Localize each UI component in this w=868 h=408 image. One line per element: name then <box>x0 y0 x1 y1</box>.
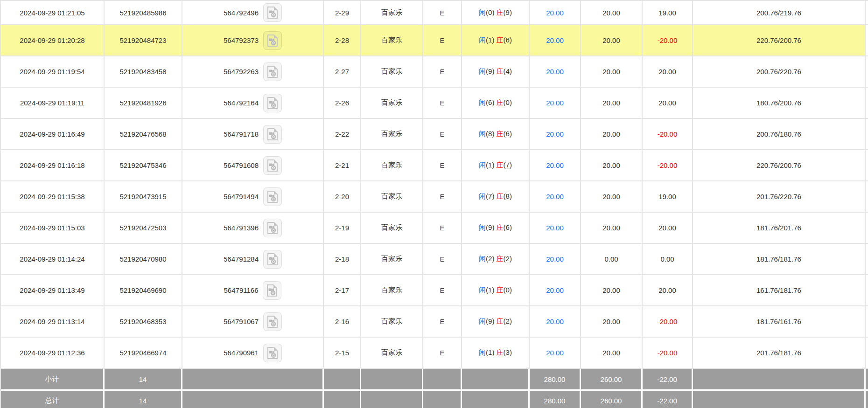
record-row[interactable]: 2024-09-29 01:19:11 521920481926 5647921… <box>1 88 868 119</box>
video-replay-button[interactable] <box>263 187 282 206</box>
player-label: 闲 <box>479 286 486 294</box>
video-replay-button[interactable] <box>263 31 282 50</box>
game-result: 闲(9) 庄(6) <box>462 213 530 244</box>
video-replay-button[interactable] <box>263 125 282 144</box>
record-row[interactable]: 2024-09-29 01:13:14 521920468353 5647910… <box>1 306 868 338</box>
game-type: 百家乐 <box>361 306 423 338</box>
bet-amount[interactable]: 20.00 <box>530 119 581 150</box>
bet-amount[interactable]: 20.00 <box>530 244 581 275</box>
summary-valid-total: 260.00 <box>581 391 643 408</box>
table-edge-spacer <box>866 150 868 181</box>
banker-points: (3) <box>504 348 512 356</box>
player-points: (8) <box>486 130 494 138</box>
record-row[interactable]: 2024-09-29 01:16:18 521920475346 5647916… <box>1 150 868 181</box>
bet-amount[interactable]: 20.00 <box>530 56 581 88</box>
summary-bet-total: 280.00 <box>530 391 581 408</box>
bet-id: 521920466974 <box>105 338 182 369</box>
record-row[interactable]: 2024-09-29 01:19:54 521920483458 5647922… <box>1 56 868 88</box>
table-edge-spacer <box>866 369 868 391</box>
game-result: 闲(9) 庄(4) <box>462 56 530 88</box>
player-points: (9) <box>486 67 494 75</box>
record-row[interactable]: 2024-09-29 01:21:05 521920485986 5647924… <box>1 1 868 25</box>
shoe-round: 2-26 <box>324 88 361 119</box>
balance-before-after: 161.76/181.76 <box>693 275 866 306</box>
bet-records-screen: 2024-09-29 01:21:05 521920485986 5647924… <box>0 0 868 408</box>
table-edge-spacer <box>866 25 868 56</box>
record-row[interactable]: 2024-09-29 01:16:49 521920476568 5647917… <box>1 119 868 150</box>
video-replay-button[interactable] <box>263 156 282 175</box>
record-row[interactable]: 2024-09-29 01:15:38 521920473915 5647914… <box>1 181 868 213</box>
record-row[interactable]: 2024-09-29 01:13:49 521920469690 5647911… <box>1 275 868 306</box>
valid-amount: 20.00 <box>581 181 643 213</box>
table-code: E <box>423 275 462 306</box>
record-row[interactable]: 2024-09-29 01:15:03 521920472503 5647913… <box>1 213 868 244</box>
valid-amount: 20.00 <box>581 213 643 244</box>
bet-time: 2024-09-29 01:20:28 <box>1 25 105 56</box>
game-result: 闲(8) 庄(6) <box>462 119 530 150</box>
shoe-round: 2-28 <box>324 25 361 56</box>
game-type: 百家乐 <box>361 88 423 119</box>
win-loss: 20.00 <box>643 56 693 88</box>
bet-amount[interactable]: 20.00 <box>530 275 581 306</box>
summary-win-loss-total: -22.00 <box>643 369 693 391</box>
video-replay-button[interactable] <box>263 3 282 22</box>
round-id: 564791284 <box>224 255 259 263</box>
bet-amount[interactable]: 20.00 <box>530 338 581 369</box>
shoe-round: 2-17 <box>324 275 361 306</box>
bet-amount[interactable]: 20.00 <box>530 88 581 119</box>
video-file-icon <box>267 35 278 47</box>
game-type: 百家乐 <box>361 1 423 25</box>
record-row[interactable]: 2024-09-29 01:14:24 521920470980 5647912… <box>1 244 868 275</box>
player-label: 闲 <box>479 255 486 263</box>
player-label: 闲 <box>479 98 486 106</box>
video-replay-button[interactable] <box>263 250 282 269</box>
bet-amount[interactable]: 20.00 <box>530 25 581 56</box>
round-id: 564791608 <box>224 161 259 169</box>
bet-time: 2024-09-29 01:12:36 <box>1 338 105 369</box>
video-replay-button[interactable] <box>263 219 282 237</box>
summary-empty-cell <box>423 369 462 391</box>
game-type: 百家乐 <box>361 56 423 88</box>
bet-amount[interactable]: 20.00 <box>530 1 581 25</box>
table-edge-spacer <box>866 88 868 119</box>
summary-empty-cell <box>361 369 423 391</box>
player-points: (0) <box>486 8 494 16</box>
summary-empty-cell <box>324 369 361 391</box>
player-points: (7) <box>486 192 494 200</box>
bet-amount[interactable]: 20.00 <box>530 181 581 213</box>
bet-time: 2024-09-29 01:19:54 <box>1 56 105 88</box>
banker-points: (0) <box>504 98 512 106</box>
video-replay-button[interactable] <box>263 281 281 300</box>
bet-amount[interactable]: 20.00 <box>530 306 581 338</box>
round-id-cell: 564792496 <box>182 1 324 25</box>
video-replay-button[interactable] <box>263 344 282 362</box>
game-result: 闲(0) 庄(9) <box>462 1 530 25</box>
video-file-icon <box>267 66 278 78</box>
table-code: E <box>423 1 462 25</box>
round-id: 564790961 <box>224 349 259 357</box>
record-row[interactable]: 2024-09-29 01:20:28 521920484723 5647923… <box>1 25 868 56</box>
table-edge-spacer <box>866 391 868 408</box>
balance-before-after: 201.76/181.76 <box>693 338 866 369</box>
round-id: 564791494 <box>224 193 259 201</box>
bet-amount[interactable]: 20.00 <box>530 150 581 181</box>
summary-empty-cell <box>423 391 462 408</box>
summary-empty-cell <box>462 369 530 391</box>
video-replay-button[interactable] <box>263 62 282 81</box>
player-label: 闲 <box>479 161 486 169</box>
shoe-round: 2-21 <box>324 150 361 181</box>
valid-amount: 0.00 <box>581 244 643 275</box>
record-row[interactable]: 2024-09-29 01:12:36 521920466974 5647909… <box>1 338 868 369</box>
video-replay-button[interactable] <box>263 312 282 331</box>
banker-points: (9) <box>504 8 512 16</box>
bet-id: 521920484723 <box>105 25 182 56</box>
game-type: 百家乐 <box>361 150 423 181</box>
banker-points: (0) <box>504 286 512 294</box>
bet-amount[interactable]: 20.00 <box>530 213 581 244</box>
valid-amount: 20.00 <box>581 150 643 181</box>
banker-points: (7) <box>504 161 512 169</box>
video-replay-button[interactable] <box>263 94 282 112</box>
table-code: E <box>423 25 462 56</box>
summary-empty-cell <box>182 369 324 391</box>
table-edge-spacer <box>866 1 868 25</box>
